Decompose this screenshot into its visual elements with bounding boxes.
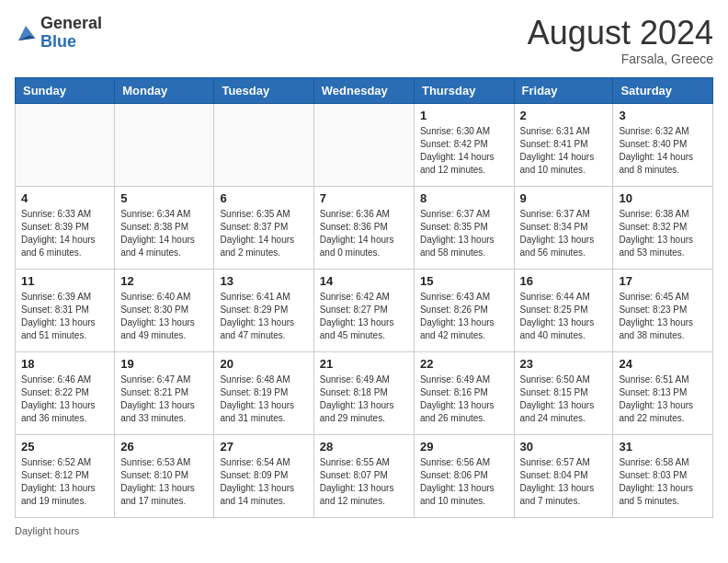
calendar-day-cell: 5Sunrise: 6:34 AMSunset: 8:38 PMDaylight… [115,186,214,269]
day-info: Sunrise: 6:34 AMSunset: 8:38 PMDaylight:… [120,208,208,259]
calendar-day-cell: 1Sunrise: 6:30 AMSunset: 8:42 PMDaylight… [414,103,514,186]
day-info: Sunrise: 6:49 AMSunset: 8:16 PMDaylight:… [420,373,508,425]
calendar-day-cell: 7Sunrise: 6:36 AMSunset: 8:36 PMDaylight… [313,186,414,269]
day-info: Sunrise: 6:57 AMSunset: 8:04 PMDaylight:… [520,456,608,508]
day-of-week-header: Monday [115,77,214,103]
calendar-day-cell: 21Sunrise: 6:49 AMSunset: 8:18 PMDayligh… [313,351,414,434]
day-info: Sunrise: 6:52 AMSunset: 8:12 PMDaylight:… [21,456,108,508]
day-number: 8 [420,191,508,205]
day-number: 18 [21,357,108,371]
day-number: 12 [120,274,208,288]
day-number: 19 [120,357,208,371]
calendar-day-cell: 12Sunrise: 6:40 AMSunset: 8:30 PMDayligh… [115,269,214,351]
day-info: Sunrise: 6:44 AMSunset: 8:25 PMDaylight:… [520,291,608,342]
day-info: Sunrise: 6:46 AMSunset: 8:22 PMDaylight:… [21,373,108,425]
day-number: 10 [619,191,707,205]
day-number: 31 [619,440,707,454]
calendar-day-cell: 14Sunrise: 6:42 AMSunset: 8:27 PMDayligh… [313,269,414,351]
calendar-day-cell: 11Sunrise: 6:39 AMSunset: 8:31 PMDayligh… [16,269,115,351]
day-number: 14 [320,274,408,288]
logo-text: General Blue [40,15,102,52]
day-number: 28 [320,440,408,454]
calendar-day-cell: 31Sunrise: 6:58 AMSunset: 8:03 PMDayligh… [613,434,713,517]
day-info: Sunrise: 6:56 AMSunset: 8:06 PMDaylight:… [420,456,508,508]
calendar-week-row: 4Sunrise: 6:33 AMSunset: 8:39 PMDaylight… [16,186,713,269]
day-info: Sunrise: 6:38 AMSunset: 8:32 PMDaylight:… [619,208,707,259]
day-info: Sunrise: 6:36 AMSunset: 8:36 PMDaylight:… [320,208,408,259]
day-info: Sunrise: 6:45 AMSunset: 8:23 PMDaylight:… [619,291,707,342]
day-info: Sunrise: 6:53 AMSunset: 8:10 PMDaylight:… [120,456,208,508]
day-number: 5 [120,191,208,205]
day-info: Sunrise: 6:51 AMSunset: 8:13 PMDaylight:… [619,373,707,425]
day-number: 22 [420,357,508,371]
calendar-day-cell: 15Sunrise: 6:43 AMSunset: 8:26 PMDayligh… [414,269,514,351]
day-of-week-header: Tuesday [214,77,313,103]
day-of-week-header: Wednesday [313,77,414,103]
day-info: Sunrise: 6:41 AMSunset: 8:29 PMDaylight:… [220,291,307,342]
calendar-day-cell [214,103,313,186]
day-number: 2 [520,109,608,122]
day-of-week-header: Saturday [613,77,713,103]
day-info: Sunrise: 6:30 AMSunset: 8:42 PMDaylight:… [420,125,508,177]
calendar-day-cell: 13Sunrise: 6:41 AMSunset: 8:29 PMDayligh… [214,269,313,351]
calendar-footer: Daylight hours [15,525,713,536]
calendar-day-cell: 6Sunrise: 6:35 AMSunset: 8:37 PMDaylight… [214,186,313,269]
day-number: 7 [320,191,408,205]
day-info: Sunrise: 6:32 AMSunset: 8:40 PMDaylight:… [619,125,707,177]
day-info: Sunrise: 6:37 AMSunset: 8:34 PMDaylight:… [520,208,608,259]
calendar-day-cell: 29Sunrise: 6:56 AMSunset: 8:06 PMDayligh… [414,434,514,517]
calendar-day-cell: 9Sunrise: 6:37 AMSunset: 8:34 PMDaylight… [514,186,613,269]
calendar-week-row: 25Sunrise: 6:52 AMSunset: 8:12 PMDayligh… [16,434,713,517]
day-number: 23 [520,357,608,371]
daylight-hours-label: Daylight hours [15,525,79,536]
day-number: 6 [220,191,307,205]
calendar-day-cell: 27Sunrise: 6:54 AMSunset: 8:09 PMDayligh… [214,434,313,517]
day-number: 24 [619,357,707,371]
calendar-day-cell: 24Sunrise: 6:51 AMSunset: 8:13 PMDayligh… [613,351,713,434]
title-section: August 2024 Farsala, Greece [528,15,713,66]
day-info: Sunrise: 6:54 AMSunset: 8:09 PMDaylight:… [220,456,307,508]
calendar-day-cell: 20Sunrise: 6:48 AMSunset: 8:19 PMDayligh… [214,351,313,434]
day-info: Sunrise: 6:47 AMSunset: 8:21 PMDaylight:… [120,373,208,425]
logo-icon [15,22,37,44]
calendar-day-cell [115,103,214,186]
day-number: 11 [21,274,108,288]
day-number: 13 [220,274,307,288]
day-info: Sunrise: 6:40 AMSunset: 8:30 PMDaylight:… [120,291,208,342]
day-number: 3 [619,109,707,122]
calendar-day-cell [16,103,115,186]
day-info: Sunrise: 6:37 AMSunset: 8:35 PMDaylight:… [420,208,508,259]
month-year-title: August 2024 [528,15,713,52]
calendar-day-cell: 25Sunrise: 6:52 AMSunset: 8:12 PMDayligh… [16,434,115,517]
day-info: Sunrise: 6:39 AMSunset: 8:31 PMDaylight:… [21,291,108,342]
day-number: 27 [220,440,307,454]
calendar-day-cell: 8Sunrise: 6:37 AMSunset: 8:35 PMDaylight… [414,186,514,269]
calendar-day-cell: 16Sunrise: 6:44 AMSunset: 8:25 PMDayligh… [514,269,613,351]
logo: General Blue [15,15,102,52]
day-number: 25 [21,440,108,454]
day-number: 26 [120,440,208,454]
day-info: Sunrise: 6:31 AMSunset: 8:41 PMDaylight:… [520,125,608,177]
calendar-week-row: 1Sunrise: 6:30 AMSunset: 8:42 PMDaylight… [16,103,713,186]
calendar-day-cell: 23Sunrise: 6:50 AMSunset: 8:15 PMDayligh… [514,351,613,434]
day-info: Sunrise: 6:49 AMSunset: 8:18 PMDaylight:… [320,373,408,425]
day-number: 15 [420,274,508,288]
location-subtitle: Farsala, Greece [528,52,713,66]
day-number: 16 [520,274,608,288]
calendar-day-cell: 19Sunrise: 6:47 AMSunset: 8:21 PMDayligh… [115,351,214,434]
calendar-header-row: SundayMondayTuesdayWednesdayThursdayFrid… [16,77,713,103]
calendar-day-cell: 3Sunrise: 6:32 AMSunset: 8:40 PMDaylight… [613,103,713,186]
day-info: Sunrise: 6:50 AMSunset: 8:15 PMDaylight:… [520,373,608,425]
calendar-week-row: 11Sunrise: 6:39 AMSunset: 8:31 PMDayligh… [16,269,713,351]
page-header: General Blue August 2024 Farsala, Greece [15,15,713,66]
day-number: 9 [520,191,608,205]
calendar-day-cell: 2Sunrise: 6:31 AMSunset: 8:41 PMDaylight… [514,103,613,186]
calendar-week-row: 18Sunrise: 6:46 AMSunset: 8:22 PMDayligh… [16,351,713,434]
day-number: 21 [320,357,408,371]
day-info: Sunrise: 6:43 AMSunset: 8:26 PMDaylight:… [420,291,508,342]
calendar-table: SundayMondayTuesdayWednesdayThursdayFrid… [15,77,713,518]
day-info: Sunrise: 6:42 AMSunset: 8:27 PMDaylight:… [320,291,408,342]
day-number: 1 [420,109,508,122]
day-number: 20 [220,357,307,371]
calendar-day-cell: 22Sunrise: 6:49 AMSunset: 8:16 PMDayligh… [414,351,514,434]
